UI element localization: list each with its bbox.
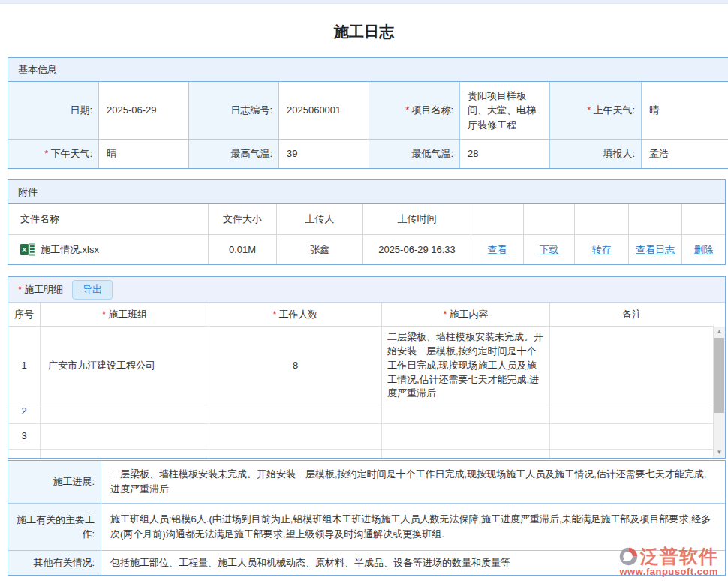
row-seq: 2	[8, 399, 41, 424]
delete-link[interactable]: 删除	[694, 243, 714, 257]
main-work-label: 施工有关的主要工作:	[8, 504, 101, 551]
basic-info-section-title: 基本信息	[18, 63, 57, 77]
col-uploader: 上传人	[277, 204, 363, 235]
basic-info-table: 日期: 2025-06-29 日志编号: 2025060001 *项目名称: 贵…	[8, 82, 728, 168]
required-marker: *	[587, 104, 591, 116]
row-workers	[209, 450, 382, 458]
row-seq: 3	[8, 424, 41, 450]
am-weather-value: 晴	[642, 82, 728, 140]
col-content: *施工内容	[382, 303, 550, 327]
row-team: 广安市九江建设工程公司	[41, 327, 209, 405]
other-info-value: 包括施工部位、工程量、施工人员和机械动态、原材料、半成品、设备等进场的数量和质量…	[101, 551, 725, 575]
log-no-label: 日志编号:	[189, 82, 279, 140]
row-content	[382, 424, 550, 450]
attachments-header-row: 文件名称 文件大小 上传人 上传时间	[8, 204, 725, 235]
reporter-value: 孟浩	[642, 140, 728, 168]
attachment-file-name: X 施工情况.xlsx	[8, 235, 209, 264]
required-marker: *	[18, 284, 22, 295]
attachment-uploader: 张鑫	[277, 235, 363, 264]
main-work-row: 施工有关的主要工作: 施工班组人员:铝模6人.(由进场到目前为止,铝模班组木工班…	[8, 504, 725, 551]
scroll-up-icon[interactable]: ▲	[717, 327, 723, 337]
other-info-label: 其他有关情况:	[8, 551, 101, 575]
table-row: 3	[8, 424, 714, 450]
main-work-value: 施工班组人员:铝模6人.(由进场到目前为止,铝模班组木工班进场施工人员人数无法保…	[101, 504, 725, 551]
max-temp-label: 最高气温:	[189, 140, 279, 168]
view-log-link[interactable]: 查看日志	[636, 243, 675, 257]
row-seq: 4	[8, 450, 41, 458]
other-info-row: 其他有关情况: 包括施工部位、工程量、施工人员和机械动态、原材料、半成品、设备等…	[8, 551, 725, 575]
top-strip	[0, 0, 728, 4]
basic-info-panel: 基本信息 日期: 2025-06-29 日志编号: 2025060001 *项目…	[8, 57, 728, 169]
summary-panel: 施工进展: 二层梁板、墙柱模板安装未完成。开始安装二层模板,按约定时间是十个工作…	[8, 460, 726, 576]
download-link[interactable]: 下载	[540, 243, 559, 257]
details-header-row: 序号 *施工班组 *工作人数 *施工内容 备注	[8, 303, 725, 327]
reporter-label: 填报人:	[550, 140, 642, 168]
details-section-header: *施工明细 导出	[8, 277, 725, 303]
vertical-scrollbar[interactable]: ▲ ▼	[714, 327, 725, 458]
scroll-down-icon[interactable]: ▼	[717, 447, 723, 458]
table-row: 1 广安市九江建设工程公司 8 二层梁板、墙柱模板安装未完成。开始安装二层模板,…	[8, 327, 714, 399]
row-remark	[550, 424, 714, 450]
row-remark	[550, 327, 714, 405]
required-marker: *	[102, 309, 106, 320]
col-empty	[682, 204, 725, 235]
col-empty	[629, 204, 682, 235]
row-content: 二层梁板、墙柱模板安装未完成。开始安装二层模板,按约定时间是十个工作日完成,现按…	[382, 327, 550, 405]
progress-row: 施工进展: 二层梁板、墙柱模板安装未完成。开始安装二层模板,按约定时间是十个工作…	[8, 461, 725, 504]
col-workers: *工作人数	[209, 303, 382, 327]
col-remark: 备注	[550, 303, 714, 327]
progress-value: 二层梁板、墙柱模板安装未完成。开始安装二层模板,按约定时间是十个工作日完成,现按…	[101, 461, 725, 504]
col-team: *施工班组	[41, 303, 209, 327]
row-workers	[209, 399, 382, 424]
col-file-name: 文件名称	[8, 204, 209, 235]
construction-details-panel: *施工明细 导出 序号 *施工班组 *工作人数 *施工内容 备注 1 广安市九江…	[8, 276, 726, 459]
details-section-title: *施工明细	[18, 283, 63, 297]
col-empty	[524, 204, 575, 235]
col-upload-time: 上传时间	[363, 204, 471, 235]
svg-text:X: X	[22, 246, 27, 254]
progress-label: 施工进展:	[8, 461, 101, 504]
transfer-link[interactable]: 转存	[592, 243, 612, 257]
am-weather-label: *上午天气:	[550, 82, 642, 140]
date-value: 2025-06-29	[99, 82, 189, 140]
table-row: 2	[8, 399, 714, 424]
row-team	[41, 399, 209, 424]
log-no-value: 2025060001	[279, 82, 369, 140]
required-marker: *	[443, 309, 447, 320]
row-content	[382, 450, 550, 458]
date-label: 日期:	[8, 82, 99, 140]
view-link[interactable]: 查看	[488, 243, 507, 257]
scrollbar-thumb[interactable]	[714, 338, 724, 413]
min-temp-label: 最低气温:	[369, 140, 460, 168]
export-button[interactable]: 导出	[72, 280, 113, 300]
excel-file-icon: X	[20, 243, 35, 256]
attachments-section-title: 附件	[18, 185, 38, 199]
details-rows: 1 广安市九江建设工程公司 8 二层梁板、墙柱模板安装未完成。开始安装二层模板,…	[8, 327, 714, 458]
page-title: 施工日志	[0, 22, 728, 42]
col-file-size: 文件大小	[209, 204, 277, 235]
attachments-panel: 附件 文件名称 文件大小 上传人 上传时间 X 施工情况.xlsx 0.01M …	[8, 179, 726, 265]
max-temp-value: 39	[279, 140, 369, 168]
required-marker: *	[272, 309, 276, 320]
required-marker: *	[405, 104, 409, 116]
project-name-value: 贵阳项目样板间、大堂、电梯厅装修工程	[460, 82, 550, 140]
pm-weather-label: *下午天气:	[8, 140, 99, 168]
details-table-body: 1 广安市九江建设工程公司 8 二层梁板、墙柱模板安装未完成。开始安装二层模板,…	[8, 327, 725, 458]
attachments-section-header: 附件	[8, 180, 725, 204]
row-team	[41, 450, 209, 458]
row-remark	[550, 450, 714, 458]
col-empty	[471, 204, 524, 235]
row-remark	[550, 399, 714, 424]
attachment-row: X 施工情况.xlsx 0.01M 张鑫 2025-06-29 16:33 查看…	[8, 235, 725, 264]
basic-info-section-header: 基本信息	[8, 58, 728, 82]
project-name-label: *项目名称:	[369, 82, 460, 140]
row-content	[382, 399, 550, 424]
required-marker: *	[44, 148, 48, 159]
attachment-upload-time: 2025-06-29 16:33	[363, 235, 471, 264]
row-team	[41, 424, 209, 450]
col-seq: 序号	[8, 303, 41, 327]
min-temp-value: 28	[460, 140, 550, 168]
attachment-file-size: 0.01M	[209, 235, 277, 264]
row-workers	[209, 424, 382, 450]
row-seq: 1	[8, 327, 41, 405]
